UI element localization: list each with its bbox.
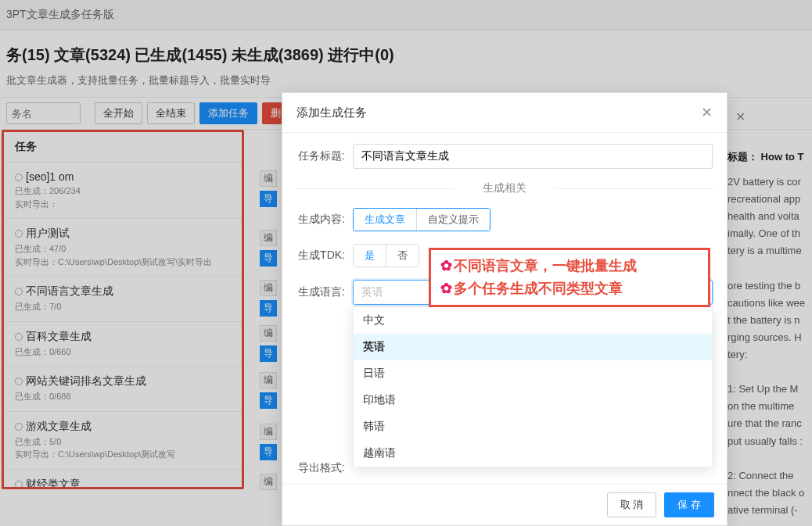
cancel-button[interactable]: 取 消 [607,492,657,517]
gen-lang-label: 生成语言: [296,285,353,299]
feature-callout: ✿不同语言文章，一键批量生成 ✿多个任务生成不同类型文章 [429,248,710,307]
lang-option[interactable]: 中文 [354,307,712,334]
lang-option[interactable]: 印地语 [354,387,712,413]
modal-title: 添加生成任务 [296,106,367,120]
flower-icon: ✿ [440,258,452,274]
tdk-yes[interactable]: 是 [354,245,386,267]
add-task-modal: 添加生成任务 ✕ 任务标题: 生成相关 生成内容: 生成文章 自定义提示 生成T… [282,92,728,526]
gen-lang-value: 英语 [361,285,383,299]
callout-line1: 不同语言文章，一键批量生成 [454,258,637,274]
gen-content-label: 生成内容: [296,213,353,227]
tdk-no[interactable]: 否 [386,245,419,267]
gen-content-article[interactable]: 生成文章 [354,209,416,231]
task-title-input[interactable] [353,144,713,169]
lang-option[interactable]: 日语 [354,360,712,387]
flower-icon: ✿ [440,281,452,296]
lang-dropdown: 中文英语日语印地语韩语越南语 [353,306,713,467]
save-button[interactable]: 保 存 [664,492,714,517]
lang-option[interactable]: 英语 [354,334,712,360]
task-title-label: 任务标题: [296,149,353,163]
gen-tdk-label: 生成TDK: [296,249,353,263]
callout-line2: 多个任务生成不同类型文章 [454,281,623,296]
section-gen-title: 生成相关 [296,181,713,195]
lang-option[interactable]: 越南语 [354,440,712,467]
modal-close-icon[interactable]: ✕ [701,104,713,121]
lang-option[interactable]: 韩语 [354,413,712,440]
export-format-label: 导出格式: [296,461,353,475]
gen-content-custom[interactable]: 自定义提示 [416,209,490,231]
